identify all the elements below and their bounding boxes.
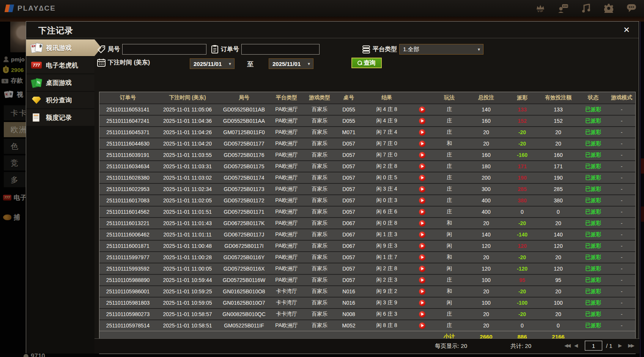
next-page-button[interactable]: ▶ <box>618 343 621 348</box>
table-row: 251101116039191 2025-11-01 11:03:55 GD05… <box>99 149 635 160</box>
cell-table-number: D067 <box>335 220 362 226</box>
play-button[interactable] <box>419 197 425 204</box>
cell-replay <box>411 106 433 113</box>
cell-bet-type: 闲 <box>433 243 466 249</box>
play-button[interactable] <box>419 129 425 136</box>
cell-platform: PA欧洲厅 <box>269 231 304 238</box>
cell-round-id: GD05725B01177 <box>219 141 269 147</box>
cell-bet-time: 2025-11-01 10:59:44 <box>156 277 219 283</box>
play-button[interactable] <box>419 175 425 181</box>
cell-platform: PA欧洲厅 <box>269 140 304 147</box>
search-button[interactable]: 查询 <box>351 58 382 68</box>
cell-payout: 152 <box>506 118 538 124</box>
cell-platform: PA欧洲厅 <box>269 129 304 136</box>
platform-select[interactable]: 1.全部 ▼ <box>399 44 483 55</box>
page-number-input[interactable] <box>585 341 602 351</box>
cell-payout: 120 <box>506 243 538 249</box>
order-filter-label: 订单号 <box>221 45 239 53</box>
play-button[interactable] <box>419 141 425 147</box>
round-input[interactable] <box>122 44 206 55</box>
vip-label: VIP <box>537 9 543 13</box>
play-button[interactable] <box>419 152 425 158</box>
order-input[interactable] <box>241 44 320 55</box>
cell-round-id: GD05525B011AB <box>219 106 269 113</box>
column-header: 结果 <box>362 94 411 101</box>
play-button[interactable] <box>419 232 425 238</box>
play-button[interactable] <box>419 323 425 329</box>
cell-replay <box>411 299 433 306</box>
sidebar-tab[interactable]: 积分查询 <box>26 92 94 108</box>
play-button[interactable] <box>419 118 425 124</box>
cell-replay <box>411 311 433 318</box>
column-header: 下注时间 (美东) <box>156 94 219 101</box>
brand-logo[interactable]: PLAY∆CE <box>0 4 56 13</box>
cell-order-number: 251101116039191 <box>99 152 156 158</box>
cell-bet-type: 庄 <box>433 311 466 318</box>
date-to-group: 2025/11/01 ▼ <box>269 58 313 69</box>
cell-replay <box>411 288 433 295</box>
play-button[interactable] <box>419 254 425 261</box>
column-header: 玩法 <box>433 94 466 101</box>
date-to-select[interactable]: 2025/11/01 ▼ <box>269 58 313 69</box>
cell-total-bet: 20 <box>466 254 506 260</box>
play-button[interactable] <box>419 277 425 283</box>
sidebar-tab[interactable]: 视讯游戏 <box>26 39 101 56</box>
cell-platform: PA欧洲厅 <box>269 186 304 193</box>
cell-table-number: D057 <box>335 152 362 158</box>
cell-bet-time: 2025-11-01 11:01:51 <box>156 209 219 215</box>
sidebar-tab[interactable]: 桌面游戏 <box>26 74 94 91</box>
last-page-button[interactable]: ▶▶ <box>628 343 633 348</box>
table-row: 251101116022953 2025-11-01 11:02:34 GD05… <box>99 183 635 194</box>
cell-table-number: D055 <box>335 106 362 113</box>
play-button[interactable] <box>419 106 425 113</box>
cell-payout: 133 <box>506 106 538 113</box>
cell-game-type: 百家乐 <box>304 288 335 295</box>
cell-total-bet: 120 <box>466 243 506 249</box>
sidebar-tab-label: 积分查询 <box>46 96 72 105</box>
cell-replay <box>411 208 433 215</box>
play-button[interactable] <box>419 300 425 306</box>
vip-button[interactable]: VIP <box>534 3 547 14</box>
settings-button[interactable] <box>602 3 615 14</box>
live-support-button[interactable] <box>557 3 570 14</box>
play-button[interactable] <box>419 243 425 249</box>
play-button[interactable] <box>419 266 425 272</box>
bet-records-table: 订单号下注时间 (美东)局号平台类型游戏类型桌号结果玩法总投注派彩有效投注额状态… <box>99 92 636 354</box>
first-page-button[interactable]: ◀◀ <box>564 343 570 348</box>
cell-bet-type: 庄 <box>433 129 466 136</box>
play-button[interactable] <box>419 288 425 295</box>
cell-status: 已派彩 <box>578 322 608 329</box>
chat-button[interactable] <box>625 3 638 14</box>
play-button[interactable] <box>419 186 425 193</box>
chat-bubble-icon <box>627 4 636 13</box>
play-button[interactable] <box>419 311 425 318</box>
cell-order-number: 251101116047241 <box>99 118 156 124</box>
sidebar-tab[interactable]: 额度记录 <box>26 109 94 126</box>
cell-result: 闲 8 庄 8 <box>362 322 411 329</box>
modal-tab-sidebar: 视讯游戏 电子老虎机 桌面游戏 积分查询 <box>26 39 94 354</box>
sidebar-tab[interactable]: 电子老虎机 <box>26 57 94 74</box>
play-button[interactable] <box>419 163 425 170</box>
cell-game-type: 百家乐 <box>304 243 335 249</box>
cell-payout: -100 <box>506 300 538 306</box>
date-from-select[interactable]: 2025/11/01 ▼ <box>190 58 235 69</box>
music-button[interactable] <box>579 3 592 14</box>
cell-payout: -20 <box>506 129 538 135</box>
column-header: 游戏模式 <box>608 94 635 101</box>
cell-table-number: D055 <box>335 118 362 124</box>
cell-round-id: GN00825B010QC <box>219 311 269 317</box>
cell-result: 闲 4 庄 8 <box>362 106 411 113</box>
chevron-down-icon: ▼ <box>228 62 232 66</box>
close-icon[interactable]: ✕ <box>621 25 632 35</box>
cell-bet-type: 庄 <box>433 186 466 193</box>
sidebar-tab-label: 视讯游戏 <box>46 44 72 52</box>
cell-table-number: D057 <box>335 141 362 147</box>
table-row: 251101105988890 2025-11-01 10:59:44 GD05… <box>99 274 635 285</box>
play-button[interactable] <box>419 209 425 215</box>
column-header: 派彩 <box>506 94 538 101</box>
previous-page-button[interactable]: ◀ <box>574 343 577 348</box>
cell-bet-type: 庄 <box>433 174 466 181</box>
tag-icon <box>97 45 105 53</box>
play-button[interactable] <box>419 220 425 227</box>
cell-payout: -140 <box>506 232 538 238</box>
